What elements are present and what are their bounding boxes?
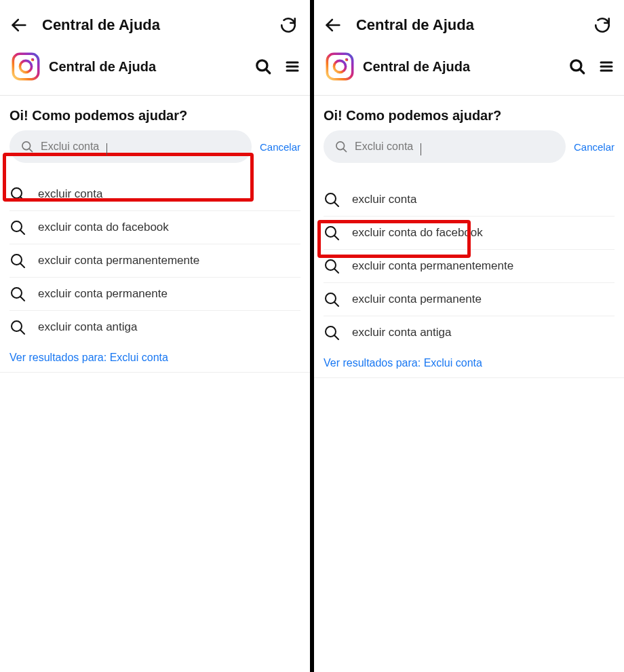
cancel-search-button[interactable]: Cancelar xyxy=(571,141,615,153)
reload-icon xyxy=(593,16,611,34)
search-icon xyxy=(568,58,586,75)
svg-line-33 xyxy=(334,203,338,207)
menu-button[interactable] xyxy=(598,58,615,75)
svg-point-17 xyxy=(12,288,22,298)
search-icon xyxy=(9,219,26,236)
topbar: Central de Ajuda xyxy=(314,0,624,48)
hamburger-icon xyxy=(598,58,615,75)
page-title: Central de Ajuda xyxy=(345,16,590,34)
search-row: Exclui conta Cancelar xyxy=(314,130,624,163)
suggestion-text: excluir conta do facebook xyxy=(352,226,615,240)
reload-button[interactable] xyxy=(276,13,300,37)
suggestion-item[interactable]: excluir conta permanentemente xyxy=(324,250,615,283)
search-input[interactable]: Exclui conta xyxy=(9,130,252,163)
svg-point-32 xyxy=(326,193,336,204)
svg-line-37 xyxy=(334,269,338,274)
instagram-icon xyxy=(10,51,41,82)
hamburger-icon xyxy=(284,58,300,75)
suggestion-text: excluir conta permanentemente xyxy=(352,259,615,273)
suggestion-item[interactable]: excluir conta do facebook xyxy=(9,211,300,244)
suggestion-item[interactable]: excluir conta xyxy=(324,189,615,217)
arrow-left-icon xyxy=(9,16,28,35)
svg-point-24 xyxy=(345,58,349,62)
svg-point-40 xyxy=(326,326,336,337)
instagram-logo xyxy=(9,50,42,83)
svg-line-31 xyxy=(343,149,346,151)
svg-line-20 xyxy=(21,331,25,335)
suggestion-item[interactable]: excluir conta antiga xyxy=(324,316,615,349)
text-caret xyxy=(421,143,421,155)
svg-line-18 xyxy=(21,297,25,301)
svg-point-11 xyxy=(12,188,22,198)
suggestion-item[interactable]: excluir conta antiga xyxy=(9,311,300,343)
suggestion-item[interactable]: excluir conta permanente xyxy=(324,283,615,316)
svg-line-10 xyxy=(29,149,32,151)
brand-title: Central de Ajuda xyxy=(356,59,568,75)
suggestion-text: excluir conta permanente xyxy=(38,287,300,301)
see-results-term: Exclui conta xyxy=(110,352,168,363)
arrow-left-icon xyxy=(324,16,343,35)
svg-line-35 xyxy=(334,236,338,240)
page-title: Central de Ajuda xyxy=(31,16,276,34)
svg-point-13 xyxy=(12,221,22,231)
search-icon xyxy=(324,324,340,341)
reload-button[interactable] xyxy=(590,13,615,37)
svg-point-23 xyxy=(334,60,345,72)
back-button[interactable] xyxy=(7,13,31,37)
cancel-search-button[interactable]: Cancelar xyxy=(257,141,300,153)
svg-line-41 xyxy=(334,336,338,340)
instagram-logo xyxy=(324,50,356,83)
svg-line-14 xyxy=(21,231,25,235)
see-all-results-link[interactable]: Ver resultados para: Exclui conta xyxy=(0,343,310,373)
svg-point-38 xyxy=(326,293,336,303)
suggestion-item[interactable]: excluir conta permanente xyxy=(9,278,300,311)
brandbar-actions xyxy=(568,58,615,75)
svg-point-3 xyxy=(31,58,35,62)
suggestion-item[interactable]: excluir conta permanentemente xyxy=(9,244,300,278)
svg-line-16 xyxy=(21,264,25,268)
brand-search-button[interactable] xyxy=(568,58,586,75)
topbar: Central de Ajuda xyxy=(0,0,310,48)
search-row: Exclui conta Cancelar xyxy=(0,130,310,163)
suggestion-item[interactable]: excluir conta do facebook xyxy=(324,217,615,250)
suggestions-list: excluir conta excluir conta do facebook … xyxy=(314,163,624,349)
brandbar: Central de Ajuda xyxy=(0,48,310,96)
menu-button[interactable] xyxy=(284,58,300,75)
search-icon xyxy=(20,140,34,153)
suggestion-item[interactable]: excluir conta xyxy=(9,183,300,211)
see-results-prefix: Ver resultados para: xyxy=(9,352,110,363)
svg-line-5 xyxy=(266,69,269,73)
brandbar-actions xyxy=(254,58,300,75)
brandbar: Central de Ajuda xyxy=(314,48,624,96)
back-button[interactable] xyxy=(321,13,345,37)
suggestion-text: excluir conta permanente xyxy=(352,293,615,306)
svg-point-19 xyxy=(12,321,22,331)
svg-point-34 xyxy=(326,227,336,237)
search-icon xyxy=(9,186,26,202)
see-all-results-link[interactable]: Ver resultados para: Exclui conta xyxy=(314,349,624,378)
svg-line-12 xyxy=(21,198,25,202)
svg-rect-1 xyxy=(13,54,38,79)
instagram-icon xyxy=(324,51,355,82)
left-screenshot: Central de Ajuda xyxy=(0,0,310,672)
text-caret xyxy=(106,143,107,155)
help-heading: Oi! Como podemos ajudar? xyxy=(314,96,624,130)
svg-point-15 xyxy=(12,255,22,265)
svg-rect-22 xyxy=(327,54,352,79)
suggestion-text: excluir conta xyxy=(38,187,300,201)
suggestion-text: excluir conta antiga xyxy=(352,326,615,339)
reload-icon xyxy=(279,16,297,34)
suggestions-list: excluir conta excluir conta do facebook … xyxy=(0,163,310,343)
svg-line-39 xyxy=(334,303,338,307)
search-icon xyxy=(324,191,340,208)
search-input[interactable]: Exclui conta xyxy=(324,130,566,163)
search-query-text: Exclui conta xyxy=(41,141,99,153)
search-icon xyxy=(334,140,348,153)
see-results-term: Exclui conta xyxy=(424,357,482,369)
brand-search-button[interactable] xyxy=(254,58,272,75)
suggestion-text: excluir conta do facebook xyxy=(38,221,300,234)
right-screenshot: Central de Ajuda xyxy=(314,0,624,672)
svg-line-26 xyxy=(580,69,583,73)
search-icon xyxy=(9,253,26,269)
suggestion-text: excluir conta permanentemente xyxy=(38,254,300,267)
